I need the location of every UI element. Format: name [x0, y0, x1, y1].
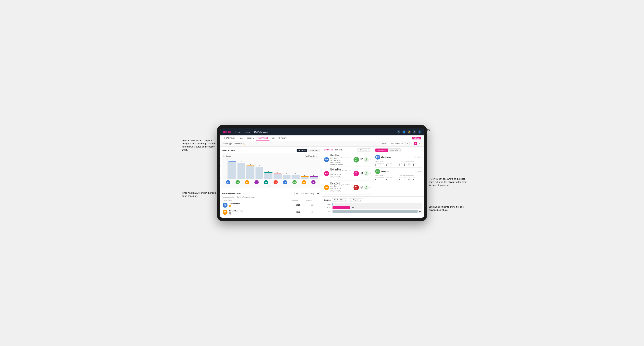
edit-icon[interactable]: ✏️ — [243, 143, 245, 145]
shot-avatar-david: DF — [324, 185, 329, 190]
bar-chart-wrapper: 15 10 5 0 1312109543322 — [223, 158, 318, 179]
leaderboard-row[interactable]: EC Edward Crossman 2 18/20 107 — [222, 209, 320, 216]
plus-icon-btn[interactable]: ⊕ — [413, 130, 416, 134]
best-shots-tab[interactable]: Best Shots — [324, 149, 333, 151]
bar-avatar-M.Miller: MM — [292, 180, 296, 184]
bar-avatar-G.Billingham: GB — [274, 180, 278, 184]
apc-avatar-blair: BM — [375, 155, 380, 160]
time-select[interactable]: Last 3 months Last month Last 6 months L… — [388, 142, 404, 145]
shot-avatar-matt: MM — [324, 157, 329, 162]
bar-avatar-D.Ford: DF — [245, 180, 249, 184]
most-active-btn[interactable]: Most Active — [376, 149, 388, 152]
search-icon-btn[interactable]: 🔍 — [397, 130, 400, 134]
bar-group-M.Miller: 3 — [292, 173, 300, 179]
bar-avatar-E.Ebert: EE — [264, 180, 268, 184]
practice-leaderboards-section: Practice Leaderboards PUTT Must Make Put… — [220, 190, 322, 218]
nav-icons: 🔍 👥 🔔 ⊕ 👤 — [397, 130, 422, 134]
subnav-all-players[interactable]: All Players — [276, 135, 288, 141]
shot-player-info-matt: Matt Miller 09 Jun 2023 · Royal North De… — [330, 154, 352, 165]
nav-teams[interactable]: Teams — [244, 131, 251, 133]
bar-avatar-J.Coles: JC — [254, 180, 259, 184]
apc-name-blair: Blair McHarg — [381, 156, 391, 158]
bar-avatar-B.McHarg: BM — [226, 180, 230, 184]
view-heart-btn[interactable]: ♥ — [414, 142, 417, 145]
scoring-section: Scoring Par 3, 4 & 5s Par 3s Par 4s Par … — [322, 197, 424, 214]
scoring-bar-birdies — [332, 206, 350, 209]
bar-group-J.Coles: 9 — [256, 165, 264, 179]
left-panel: Player Activity On Course Practice Drill… — [220, 147, 322, 218]
bar-group-G.Billingham: 4 — [274, 172, 282, 179]
shot-card-david[interactable]: DF David Ford 24 Aug 2023 · Royal North … — [324, 181, 371, 195]
apc-stats-blair: Total Rounds Tournament 7 Practice — [375, 161, 422, 166]
player-avatar-richard: RB — [222, 203, 228, 208]
subnav-pgat[interactable]: PGAT Players — [222, 135, 237, 141]
team-header-right: Show: Last 3 months Last month Last 6 mo… — [382, 142, 422, 145]
scoring-bar-wrap-birdies: 96 — [332, 206, 422, 209]
leaderboard-row[interactable]: RB Richard Butler 1 19/20 110 — [222, 202, 320, 209]
shot-info-david: Shot Dist: 16 ydsStart Lie: RoughEnd Lie… — [330, 187, 352, 193]
scoring-header: Scoring Par 3, 4 & 5s Par 3s Par 4s Par … — [324, 198, 422, 201]
shot-card-matt[interactable]: MM Matt Miller 09 Jun 2023 · Royal North… — [324, 153, 371, 167]
bar-group-D.Ford: 10 — [246, 164, 254, 179]
shot-details-matt: 09 Jun 2023 · Royal North Devon GC · Hol… — [330, 156, 352, 159]
bar-group-E.Ebert: 5 — [264, 171, 272, 179]
scoring-par-filter[interactable]: Par 3, 4 & 5s Par 3s Par 4s Par 5s — [332, 198, 347, 201]
right-panel: Best Shots All Shots ▾ All Players MM — [322, 147, 424, 218]
apc-rounds-blair: Total Rounds Tournament 7 Practice — [375, 161, 398, 166]
on-course-toggle[interactable]: On Course — [296, 149, 307, 152]
subnav-pga[interactable]: PGA — [237, 135, 244, 141]
all-shots-tab[interactable]: All Shots — [334, 149, 342, 151]
active-player-rees[interactable]: RB Rees Britt 02 Sep 2023 Total Rounds — [375, 168, 422, 182]
nav-my-performance[interactable]: My Performance — [254, 131, 269, 133]
shot-chevron-blair: › — [370, 172, 371, 175]
view-grid3-btn[interactable]: ⊟ — [410, 142, 413, 145]
shot-chevron-matt: › — [370, 159, 371, 161]
best-shots-header: Best Shots All Shots ▾ All Players — [324, 148, 371, 152]
apc-date-blair: 26 Aug 2023 — [414, 156, 422, 158]
bar-group-B.McHarg: 13 — [228, 160, 236, 179]
bar-avatar-R.Butler: RB — [283, 180, 287, 184]
team-header: Team Clippd | 14 Players ✏️ Show: Last 3… — [220, 141, 424, 147]
view-grid2-btn[interactable]: ⊞ — [405, 142, 409, 145]
all-players-dropdown[interactable]: All Players — [357, 148, 371, 152]
main-content: Player Activity On Course Practice Drill… — [220, 147, 424, 218]
subnav-hcaps[interactable]: Hcaps 1-5 — [244, 135, 256, 141]
shot-player-name-david: David Ford — [330, 182, 352, 184]
shot-avatar-blair: BM — [324, 171, 329, 176]
practice-filter-select[interactable]: PUTT Must Make Putting ... — [294, 192, 320, 195]
nav-home[interactable]: Home — [234, 131, 241, 133]
scoring-bar-pars — [332, 210, 418, 213]
scoring-label-birdies: Birdies — [324, 207, 331, 209]
course-toggle-group: On Course Practice Drills — [296, 149, 320, 152]
scoring-players-filter[interactable]: All Players — [348, 198, 362, 201]
add-team-button[interactable]: Add Team — [412, 137, 422, 140]
shot-player-name-matt: Matt Miller — [330, 154, 352, 156]
bell-icon-btn[interactable]: 🔔 — [408, 130, 411, 134]
player-avatars-row: BMBBDFJCEEGBRBMMECLR — [223, 179, 318, 185]
practice-drills-toggle[interactable]: Practice Drills — [307, 149, 320, 152]
apc-player-blair: BM Blair McHarg — [375, 155, 391, 160]
user-icon-btn[interactable]: 👤 — [418, 130, 422, 134]
least-active-btn[interactable]: Least Active — [388, 149, 400, 152]
subnav-tour[interactable]: Tour — [270, 135, 276, 141]
bar-avatar-E.Crossman: EC — [302, 180, 306, 184]
player-avatar-edward: EC — [222, 210, 228, 215]
practice-header: Practice Leaderboards PUTT Must Make Put… — [222, 192, 320, 195]
chart-filter-select[interactable]: Total Rounds Total Shots — [304, 155, 318, 158]
apc-practice-blair: Total Practice Activities GTT 0 APP — [399, 161, 422, 166]
chart-x-label: Players — [223, 185, 318, 187]
player-name-edward: Edward Crossman — [229, 210, 243, 212]
player-name-badge: Edward Crossman 2 — [229, 210, 243, 215]
shot-info-matt: Shot Dist: 67 ydsStart Lie: RoughEnd Lie… — [330, 159, 352, 165]
y-axis-labels: 15 10 5 0 — [220, 158, 221, 179]
bar-chart: 1312109543322 — [228, 158, 318, 179]
view-list-btn[interactable]: ☰ — [418, 142, 422, 145]
users-icon-btn[interactable]: 👥 — [402, 130, 406, 134]
practice-subtitle: PUTT Must Make Putting (3-6 ft). Last 3 … — [222, 196, 320, 198]
subnav-team-clippd[interactable]: Team Clippd — [256, 135, 270, 141]
scoring-chart: Eagles 3 Birdies — [324, 203, 422, 213]
rank-badge-1: 1 — [229, 205, 231, 207]
active-player-blair[interactable]: BM Blair McHarg 26 Aug 2023 Total Rounds — [375, 153, 422, 168]
shot-stats-blair: 43 yds 0 yds — [360, 171, 369, 176]
shot-card-blair[interactable]: BM Blair McHarg 23 Jul 2023 · Ashridge G… — [324, 167, 371, 181]
